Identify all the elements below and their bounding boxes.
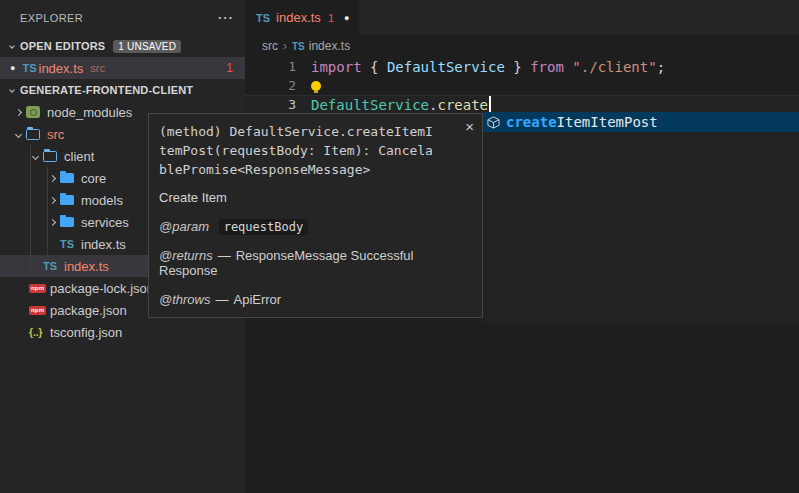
hover-signature-line: temPost(requestBody: Item): Cancela [159, 141, 472, 160]
chevron-spacer [13, 321, 29, 343]
throws-text: ApiError [234, 292, 282, 307]
jsdoc-tag: @param [159, 219, 209, 234]
hover-signature-line: blePromise<ResponseMessage> [159, 160, 472, 179]
chevron-spacer [13, 299, 29, 321]
dirty-dot-icon[interactable]: ● [10, 63, 15, 73]
typescript-file-icon: TS [256, 12, 270, 24]
close-icon[interactable]: × [465, 118, 474, 135]
tree-item-label: index.ts [61, 259, 109, 274]
folder-icon [60, 189, 78, 211]
method-cube-icon [487, 116, 500, 129]
chevron-down-icon [4, 79, 20, 101]
dash: — [218, 248, 231, 263]
line-number: 1 [245, 59, 296, 74]
lightbulb-icon[interactable] [311, 81, 321, 91]
tree-item-label: package-lock.json [47, 281, 154, 296]
text-cursor [489, 96, 491, 113]
workspace-label: GENERATE-FRONTEND-CLIENT [20, 84, 193, 96]
chevron-down-icon [4, 35, 20, 57]
tree-item-label: package.json [47, 303, 127, 318]
tree-item-label: models [78, 193, 123, 208]
tab-index-ts[interactable]: TS index.ts 1 ● [245, 0, 359, 35]
line-number: 2 [245, 78, 296, 93]
typescript-file-icon: TS [22, 62, 36, 74]
indent-guide [47, 167, 48, 255]
explorer-title: EXPLORER [20, 12, 217, 24]
tab-file-name: index.ts [276, 10, 321, 25]
folder-icon [60, 211, 78, 233]
open-editor-file-name: index.ts [39, 61, 84, 76]
dash: — [216, 292, 229, 307]
folder-icon [60, 167, 78, 189]
open-editor-item-index-ts[interactable]: ● TS index.ts src 1 [0, 57, 245, 79]
npm-file-icon: npm [29, 277, 47, 299]
suggest-widget: createItemItemPost [483, 112, 799, 323]
typescript-file-icon: TS [43, 255, 61, 277]
vscode-window: EXPLORER ⋯ OPEN EDITORS 1 UNSAVED ● TS i… [0, 0, 799, 493]
tree-item-label: services [78, 215, 129, 230]
error-count-badge: 1 [226, 61, 233, 75]
folder-open-icon [43, 145, 61, 167]
tree-item-label: src [44, 127, 64, 142]
breadcrumb: src › TS index.ts [245, 35, 799, 57]
tree-item-label: client [61, 149, 94, 164]
hover-param-line: @param requestBody [159, 219, 472, 234]
hover-doc-widget: × (method) DefaultService.createItemI te… [148, 113, 483, 318]
folder-open-icon [26, 123, 44, 145]
chevron-right-icon [10, 101, 26, 123]
hover-returns-line: @returns—ResponseMessage Successful Resp… [159, 248, 464, 278]
tree-item-label: core [78, 171, 106, 186]
code-area[interactable]: 1 import { DefaultService } from "./clie… [245, 57, 799, 114]
open-editors-label: OPEN EDITORS [20, 40, 105, 52]
dirty-dot-icon[interactable]: ● [344, 13, 349, 23]
breadcrumb-separator: › [283, 39, 287, 53]
indent-guide [30, 145, 31, 277]
jsdoc-tag: @throws [159, 292, 211, 307]
tab-error-count: 1 [328, 12, 334, 24]
code-line-1: 1 import { DefaultService } from "./clie… [245, 57, 799, 76]
tree-item-label: tsconfig.json [47, 325, 122, 340]
open-editor-file-path: src [90, 62, 105, 74]
tree-item-label: node_modules [44, 105, 132, 120]
node-modules-folder-icon [26, 101, 44, 123]
hover-signature-line: (method) DefaultService.createItemI [159, 122, 472, 141]
suggestion-create-item-item-post[interactable]: createItemItemPost [483, 112, 799, 132]
code-line-2: 2 [245, 76, 799, 95]
open-editors-section-header[interactable]: OPEN EDITORS 1 UNSAVED [0, 35, 245, 57]
chevron-spacer [13, 277, 29, 299]
npm-file-icon: npm [29, 299, 47, 321]
breadcrumb-dir[interactable]: src [262, 39, 278, 53]
unsaved-badge: 1 UNSAVED [113, 40, 181, 53]
typescript-file-icon: TS [60, 233, 78, 255]
line-number: 3 [245, 97, 296, 112]
breadcrumb-file[interactable]: index.ts [309, 39, 350, 53]
hover-description: Create Item [159, 190, 472, 205]
tab-bar: TS index.ts 1 ● [245, 0, 799, 35]
more-actions-icon[interactable]: ⋯ [217, 10, 233, 26]
explorer-header: EXPLORER ⋯ [0, 0, 245, 35]
tree-item-label: index.ts [78, 237, 126, 252]
json-braces-icon: {..} [29, 321, 47, 343]
chevron-down-icon [10, 123, 26, 145]
suggestion-rest-text: ItemItemPost [557, 114, 658, 130]
param-name-badge: requestBody [219, 219, 308, 235]
jsdoc-tag: @returns [159, 248, 213, 263]
workspace-section-header[interactable]: GENERATE-FRONTEND-CLIENT [0, 79, 245, 101]
hover-throws-line: @throws—ApiError [159, 292, 472, 307]
suggestion-match-text: create [506, 114, 557, 130]
typescript-file-icon: TS [292, 41, 305, 52]
tree-item-tsconfig-json[interactable]: {..} tsconfig.json [0, 321, 245, 343]
